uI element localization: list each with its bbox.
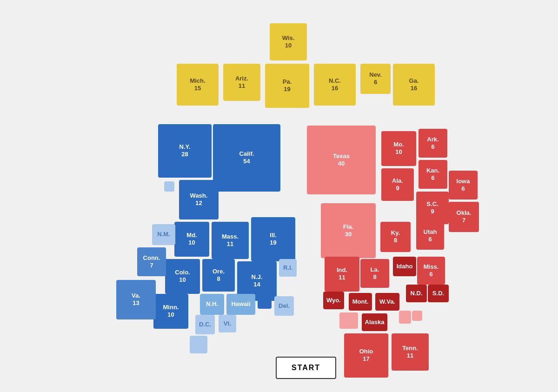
state-block-okla[interactable]: Okla.7 bbox=[449, 202, 479, 232]
state-block-sc.[interactable]: S.C.9 bbox=[416, 192, 449, 224]
state-block-va[interactable]: Va.13 bbox=[116, 280, 156, 319]
state-name: Mich. bbox=[190, 77, 205, 85]
state-block-iowa[interactable]: Iowa6 bbox=[449, 171, 478, 199]
state-block-mont[interactable]: Mont. bbox=[349, 293, 372, 311]
state-block-sd.[interactable]: S.D. bbox=[428, 285, 449, 302]
state-name: Va. bbox=[132, 292, 140, 299]
state-name: S.C. bbox=[426, 200, 438, 208]
state-block-alaska-light bbox=[339, 312, 358, 329]
state-name: Ky. bbox=[391, 229, 400, 237]
state-block-tenn[interactable]: Tenn.11 bbox=[392, 333, 429, 371]
state-block-ore[interactable]: Ore.8 bbox=[202, 259, 235, 292]
state-block-colo[interactable]: Colo.10 bbox=[165, 259, 200, 294]
state-votes: 13 bbox=[133, 299, 139, 307]
state-votes: 6 bbox=[374, 79, 377, 86]
state-block-kan[interactable]: Kan.6 bbox=[418, 160, 447, 189]
state-votes: 12 bbox=[195, 199, 202, 207]
state-block-ala[interactable]: Ala.9 bbox=[381, 168, 414, 201]
state-votes: 16 bbox=[411, 85, 417, 92]
state-name: Alaska bbox=[365, 319, 385, 326]
state-block-mich[interactable]: Mich.15 bbox=[177, 64, 219, 106]
state-block-wva.[interactable]: W.Va. bbox=[375, 293, 399, 311]
state-block-calif[interactable]: Calif.54 bbox=[213, 124, 280, 192]
state-block-pa[interactable]: Pa.19 bbox=[265, 64, 309, 108]
state-votes: 11 bbox=[407, 352, 413, 359]
state-block-dc.[interactable]: D.C. bbox=[195, 315, 215, 334]
state-block-ky[interactable]: Ky.8 bbox=[380, 222, 411, 252]
state-name: Vt. bbox=[224, 320, 232, 327]
state-votes: 10 bbox=[285, 42, 292, 49]
state-block-minn[interactable]: Minn.10 bbox=[153, 294, 188, 329]
state-name: La. bbox=[371, 266, 379, 273]
state-votes: 10 bbox=[179, 276, 186, 284]
state-votes: 6 bbox=[431, 143, 434, 151]
state-name: N.M. bbox=[157, 231, 170, 238]
state-name: Wis. bbox=[282, 34, 295, 42]
state-block-del[interactable]: Del. bbox=[274, 296, 294, 316]
state-block-conn[interactable]: Conn.7 bbox=[137, 247, 166, 276]
state-block-wyo[interactable]: Wyo. bbox=[323, 292, 344, 309]
state-block-nev[interactable]: Nev.6 bbox=[360, 64, 391, 94]
state-block-md[interactable]: Md.10 bbox=[174, 222, 209, 257]
state-votes: 14 bbox=[253, 281, 260, 288]
state-block-texas[interactable]: Texas40 bbox=[307, 126, 376, 194]
state-name: Del. bbox=[279, 302, 290, 310]
state-name: N.J. bbox=[252, 273, 263, 281]
state-votes: 30 bbox=[345, 231, 352, 238]
state-votes: 6 bbox=[431, 174, 434, 182]
state-votes: 54 bbox=[243, 158, 250, 165]
state-block-fla[interactable]: Fla.30 bbox=[321, 203, 376, 258]
electoral-map: Wis.10Mich.15Ariz.11Pa.19N.C.16Nev.6Ga.1… bbox=[23, 10, 535, 382]
state-name: Ind. bbox=[337, 266, 347, 274]
state-block-vt[interactable]: Vt. bbox=[219, 315, 236, 332]
state-block-ariz[interactable]: Ariz.11 bbox=[223, 64, 260, 101]
state-name: Pa. bbox=[283, 78, 292, 86]
state-block-nh.[interactable]: N.H. bbox=[200, 294, 224, 315]
state-name: Ore. bbox=[213, 268, 225, 275]
state-block-hawaii[interactable]: Hawaii bbox=[226, 294, 255, 315]
state-block-nm.[interactable]: N.M. bbox=[152, 224, 175, 245]
state-block-ri.[interactable]: R.I. bbox=[279, 259, 297, 277]
state-votes: 40 bbox=[338, 160, 345, 167]
state-block-ga[interactable]: Ga.16 bbox=[393, 64, 435, 106]
state-block-wash[interactable]: Wash.12 bbox=[179, 180, 219, 219]
state-block-utah[interactable]: Utah6 bbox=[416, 222, 444, 250]
state-block-ill[interactable]: Ill.19 bbox=[251, 217, 295, 261]
state-votes: 10 bbox=[395, 148, 402, 156]
state-block-ny.[interactable]: N.Y.28 bbox=[158, 124, 212, 178]
state-votes: 6 bbox=[429, 271, 432, 278]
state-block-la[interactable]: La.8 bbox=[360, 259, 389, 288]
state-name: N.Y. bbox=[179, 143, 191, 151]
state-name: Mass. bbox=[222, 233, 239, 240]
state-name: Calif. bbox=[239, 150, 254, 158]
state-name: N.C. bbox=[329, 77, 341, 85]
state-block-idaho[interactable]: Idaho bbox=[393, 257, 416, 276]
state-name: Kan. bbox=[426, 167, 439, 174]
state-block-wis[interactable]: Wis.10 bbox=[270, 23, 307, 60]
state-name: Nev. bbox=[369, 71, 382, 79]
state-block-alaska[interactable]: Alaska bbox=[362, 313, 387, 331]
state-name: W.Va. bbox=[379, 298, 395, 306]
state-votes: 19 bbox=[270, 239, 276, 246]
state-block-extra3 bbox=[190, 336, 207, 353]
state-block-unknown[interactable] bbox=[412, 311, 422, 321]
state-votes: 17 bbox=[363, 355, 369, 363]
state-block-nc.[interactable]: N.C.16 bbox=[314, 64, 356, 106]
state-votes: 16 bbox=[332, 85, 338, 92]
state-name: D.C. bbox=[199, 321, 211, 328]
state-block-ind[interactable]: Ind.11 bbox=[325, 257, 359, 292]
state-block-mass[interactable]: Mass.11 bbox=[212, 222, 249, 259]
state-block-extra2 bbox=[258, 295, 272, 309]
state-block-ohio[interactable]: Ohio17 bbox=[344, 333, 388, 378]
state-block-ark[interactable]: Ark.6 bbox=[418, 129, 447, 158]
state-block-miss[interactable]: Miss.6 bbox=[417, 257, 445, 285]
state-block-mo[interactable]: Mo.10 bbox=[381, 131, 416, 166]
state-name: Ariz. bbox=[235, 75, 248, 82]
state-block-nd.[interactable]: N.D. bbox=[406, 285, 427, 302]
start-button[interactable]: START bbox=[276, 357, 336, 379]
state-name: Ohio bbox=[359, 348, 373, 355]
state-block-unknown[interactable] bbox=[399, 311, 411, 324]
state-name: Texas bbox=[333, 153, 350, 160]
state-name: Minn. bbox=[163, 304, 179, 311]
state-name: Okla. bbox=[457, 209, 472, 217]
